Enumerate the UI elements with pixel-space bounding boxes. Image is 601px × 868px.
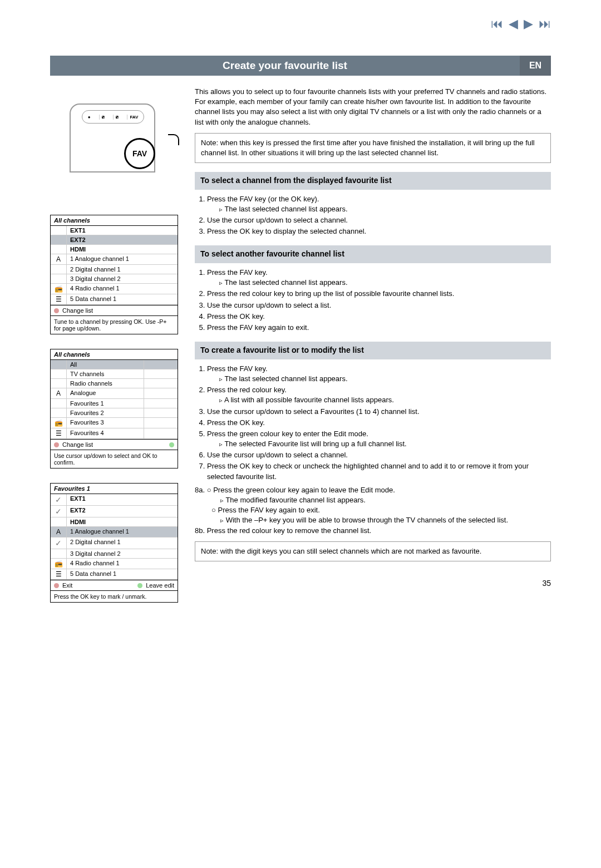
osd-header: HDMI xyxy=(67,245,178,254)
step-result: The modified favourite channel list appe… xyxy=(225,496,365,504)
list-row: Analogue xyxy=(67,388,144,398)
red-key-icon xyxy=(54,308,59,313)
red-key-icon xyxy=(54,442,59,447)
step: Press the OK key to display the selected… xyxy=(207,226,551,236)
remote-dot-icon: ● xyxy=(86,115,93,120)
step: Press the red colour key to bring up the… xyxy=(207,289,551,299)
step: Press the OK key. xyxy=(207,312,551,322)
step: Use the cursor up/down to select a Favou… xyxy=(207,407,551,417)
step: Press the OK key. xyxy=(207,418,551,428)
osd-header: HDMI xyxy=(67,517,178,526)
pdf-nav-icons[interactable]: ⏮ ◀ ▶ ⏭ xyxy=(491,17,551,31)
step: 8a. ○ Press the green colour key again t… xyxy=(195,485,551,495)
osd-favourites-edit: Favourites 1 ✓EXT1 ✓EXT2 HDMI A1 Analogu… xyxy=(50,483,178,603)
channel-row: 2 Digital channel 1 xyxy=(67,265,178,274)
osd-list-select: All channels All TV channels Radio chann… xyxy=(50,349,178,468)
step-result: With the –P+ key you will be able to bro… xyxy=(226,516,508,524)
osd-action: Change list xyxy=(62,307,93,314)
step-result: The last selected channel list appears. xyxy=(224,374,347,383)
step: Press the FAV key. ▹ The last selected c… xyxy=(207,364,551,384)
green-key-icon xyxy=(169,442,174,447)
list-row: All xyxy=(67,360,144,369)
osd-hint: Tune to a channel by pressing OK. Use -P… xyxy=(51,315,178,334)
osd-action: Exit xyxy=(62,582,72,589)
channel-row: 3 Digital channel 2 xyxy=(67,274,178,283)
osd-all-channels: All channels EXT1 EXT2 HDMI A1 Analogue … xyxy=(50,215,178,334)
step: Use the cursor up/down to select a chann… xyxy=(207,450,551,460)
channel-row: 4 Radio channel 1 xyxy=(67,284,178,294)
step-result: A list with all possible favourite chann… xyxy=(224,396,394,404)
osd-hint: Use cursor up/down to select and OK to c… xyxy=(51,450,178,468)
channel-row: 5 Data channel 1 xyxy=(67,569,178,579)
step: Press the FAV key. ▹ The last selected c… xyxy=(207,268,551,288)
list-row: Favourites 4 xyxy=(67,428,144,438)
step: Use the cursor up/down to select a chann… xyxy=(207,215,551,225)
note-box: Note: when this key is pressed the first… xyxy=(195,133,551,163)
intro-paragraph: This allows you to select up to four fav… xyxy=(195,87,551,127)
channel-row: 3 Digital channel 2 xyxy=(67,549,178,558)
step: 8b. Press the red colour key to remove t… xyxy=(195,526,551,536)
next-page-icon[interactable]: ▶ xyxy=(524,17,533,31)
remote-osd-icon: ⎚ xyxy=(113,115,121,120)
remote-fav-small: FAV xyxy=(127,115,140,120)
osd-action: Change list xyxy=(62,441,93,448)
step: Use the cursor up/down to select a list. xyxy=(207,300,551,310)
channel-row: 5 Data channel 1 xyxy=(67,294,178,304)
fav-button: FAV xyxy=(124,138,155,169)
channel-row: 1 Analogue channel 1 xyxy=(67,254,178,264)
osd-action: Leave edit xyxy=(146,582,174,589)
step: Press the OK key to check or uncheck the… xyxy=(207,461,551,481)
osd-title: Favourites 1 xyxy=(51,484,178,494)
step: Press the FAV key again to exit. xyxy=(207,323,551,333)
channel-type-icon: A xyxy=(51,254,67,264)
step: Press the green colour key to enter the … xyxy=(207,429,551,449)
list-row: TV channels xyxy=(67,369,144,378)
step-result: The last selected channel list appears. xyxy=(224,278,347,287)
remote-osd-icon: ⎚ xyxy=(99,115,107,120)
osd-header: EXT2 xyxy=(67,506,178,517)
osd-header: EXT1 xyxy=(67,494,178,505)
section-heading: To select another favourite channel list xyxy=(195,245,551,263)
step: Press the FAV key (or the OK key). ▹ The… xyxy=(207,194,551,214)
osd-hint: Press the OK key to mark / unmark. xyxy=(51,590,178,602)
step-sub: ○ Press the FAV key again to exit. xyxy=(211,505,551,515)
list-row: Favourites 3 xyxy=(67,418,144,428)
osd-title: All channels xyxy=(51,349,178,360)
list-row: Favourites 1 xyxy=(67,399,144,408)
page-number: 35 xyxy=(195,578,551,589)
note-box: Note: with the digit keys you can still … xyxy=(195,541,551,561)
green-key-icon xyxy=(137,583,142,588)
channel-row: 4 Radio channel 1 xyxy=(67,559,178,569)
last-page-icon[interactable]: ⏭ xyxy=(539,17,551,31)
section-heading: To create a favourite list or to modify … xyxy=(195,342,551,359)
data-icon: ☰ xyxy=(51,294,67,304)
list-row: Radio channels xyxy=(67,379,144,388)
list-row: Favourites 2 xyxy=(67,408,144,417)
radio-icon: 📻 xyxy=(51,284,67,294)
osd-header: EXT2 xyxy=(67,235,178,244)
prev-page-icon[interactable]: ◀ xyxy=(509,17,518,31)
step: Press the red colour key. ▹ A list with … xyxy=(207,385,551,405)
step-result: The selected Favourite list will bring u… xyxy=(224,440,406,448)
step-result: The last selected channel list appears. xyxy=(224,205,347,213)
channel-row: 1 Analogue channel 1 xyxy=(67,527,178,537)
channel-row: 2 Digital channel 1 xyxy=(67,537,178,549)
page-title: Create your favourite list xyxy=(50,60,520,72)
osd-header: EXT1 xyxy=(67,226,178,235)
page-header: Create your favourite list EN xyxy=(50,56,551,76)
red-key-icon xyxy=(54,583,59,588)
first-page-icon[interactable]: ⏮ xyxy=(491,17,503,31)
osd-title: All channels xyxy=(51,215,178,226)
remote-illustration: ● ⎚ ⎚ FAV FAV xyxy=(50,87,178,204)
section-heading: To select a channel from the displayed f… xyxy=(195,172,551,190)
language-badge: EN xyxy=(520,56,551,76)
